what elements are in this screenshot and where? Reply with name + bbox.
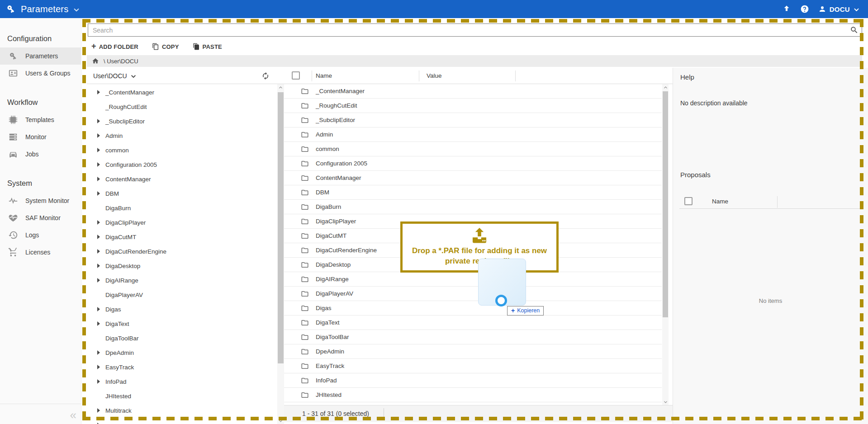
help-icon[interactable]	[800, 5, 809, 14]
refresh-icon[interactable]	[261, 72, 270, 80]
table-row[interactable]: DigAIRange	[284, 272, 662, 287]
column-header-value[interactable]: Value	[427, 72, 442, 79]
tree-item[interactable]: _SubclipEditor	[87, 114, 277, 128]
table-row[interactable]: DigaText	[284, 316, 662, 330]
tree-item[interactable]: Configuration 2005	[87, 157, 277, 172]
tree-item[interactable]: common	[87, 143, 277, 157]
expand-arrow-icon[interactable]	[97, 191, 100, 196]
tree-scrollbar[interactable]	[277, 84, 284, 424]
tree-item[interactable]: DigaToolBar	[87, 331, 277, 345]
expand-arrow-icon[interactable]	[97, 235, 100, 239]
tree-item[interactable]: JHItested	[87, 389, 277, 403]
sidebar-entry[interactable]: Configuration	[0, 25, 81, 47]
expand-arrow-icon[interactable]	[97, 220, 100, 225]
table-row[interactable]: Configuration 2005	[284, 156, 662, 171]
tree-item[interactable]: DigaCutMT	[87, 230, 277, 244]
expand-arrow-icon[interactable]	[97, 177, 100, 181]
tree-item[interactable]: ContentManager	[87, 172, 277, 186]
tree-item[interactable]: Multitrack	[87, 403, 277, 418]
tree-item[interactable]: InfoPad	[87, 374, 277, 389]
tree-item[interactable]: _ContentManager	[87, 85, 277, 99]
sidebar-entry[interactable]: Logs	[0, 226, 81, 244]
breadcrumb[interactable]: \ User\DOCU	[87, 55, 862, 67]
sidebar-entry[interactable]: System	[0, 170, 81, 192]
tree-item[interactable]: DigaBurn	[87, 201, 277, 215]
table-scrollbar[interactable]	[662, 84, 669, 405]
table-row[interactable]: _ContentManager	[284, 84, 662, 99]
proposals-select-all-checkbox[interactable]	[684, 197, 693, 205]
scroll-up-icon[interactable]	[277, 84, 284, 90]
sidebar-entry[interactable]: System Monitor	[0, 192, 81, 209]
search-icon[interactable]	[850, 26, 859, 34]
sidebar-entry[interactable]: Licenses	[0, 244, 81, 261]
tree-root-chevron-down-icon[interactable]	[130, 73, 137, 80]
scroll-up-icon[interactable]	[662, 84, 669, 90]
tree-item[interactable]	[87, 418, 277, 424]
expand-arrow-icon[interactable]	[97, 133, 100, 138]
sidebar-entry[interactable]: SAF Monitor	[0, 209, 81, 226]
table-row[interactable]: common	[284, 142, 662, 156]
sidebar-entry[interactable]: Workflow	[0, 89, 81, 111]
select-all-checkbox[interactable]	[292, 71, 300, 80]
tree-item[interactable]: Admin	[87, 128, 277, 143]
tree-root-label[interactable]: User\DOCU	[93, 72, 127, 80]
table-row[interactable]: DpeAdmin	[284, 344, 662, 359]
paste-button[interactable]: PASTE	[193, 43, 222, 50]
scroll-down-icon[interactable]	[662, 399, 669, 405]
table-row[interactable]: Digas	[284, 301, 662, 316]
sidebar-entry[interactable]: Jobs	[0, 146, 81, 163]
sidebar-collapse-icon[interactable]: «	[70, 408, 76, 422]
expand-arrow-icon[interactable]	[97, 321, 100, 326]
expand-arrow-icon[interactable]	[97, 90, 100, 94]
page-title-chevron-down-icon[interactable]	[73, 6, 80, 14]
table-row[interactable]: ContentManager	[284, 171, 662, 185]
proposals-column-name[interactable]: Name	[712, 198, 728, 205]
tree-item[interactable]: DigaPlayerAV	[87, 287, 277, 302]
expand-arrow-icon[interactable]	[97, 148, 100, 152]
tree-item[interactable]: DigaClipPlayer	[87, 215, 277, 230]
home-icon[interactable]	[92, 57, 99, 65]
tree-item[interactable]: DigaDesktop	[87, 259, 277, 273]
column-header-name[interactable]: Name	[316, 72, 332, 79]
scroll-down-icon[interactable]	[277, 418, 284, 424]
table-row[interactable]: DigaToolBar	[284, 330, 662, 344]
expand-arrow-icon[interactable]	[97, 264, 100, 268]
expand-arrow-icon[interactable]	[97, 365, 100, 369]
expand-arrow-icon[interactable]	[97, 278, 100, 283]
tree-scrollbar-thumb[interactable]	[278, 92, 284, 363]
tree-item[interactable]: DigaCutRenderEngine	[87, 244, 277, 259]
expand-arrow-icon[interactable]	[97, 119, 100, 123]
expand-arrow-icon[interactable]	[97, 249, 100, 254]
table-row[interactable]: _RoughCutEdit	[284, 99, 662, 113]
search-input[interactable]	[88, 24, 862, 37]
upload-icon[interactable]	[782, 5, 791, 14]
table-row[interactable]: JHItested	[284, 388, 662, 402]
sidebar-entry[interactable]: Users & Groups	[0, 65, 81, 82]
tree-item[interactable]: _RoughCutEdit	[87, 99, 277, 114]
expand-arrow-icon[interactable]	[97, 408, 100, 413]
expand-arrow-icon[interactable]	[97, 379, 100, 384]
table-row[interactable]: DigaBurn	[284, 200, 662, 214]
expand-arrow-icon[interactable]	[97, 350, 100, 355]
sidebar-entry[interactable]: Monitor	[0, 128, 81, 146]
sidebar-entry[interactable]: Parameters	[0, 47, 81, 65]
expand-arrow-icon[interactable]	[97, 307, 100, 311]
tree-item[interactable]: EasyTrack	[87, 360, 277, 374]
add-folder-button[interactable]: + ADD FOLDER	[91, 43, 138, 50]
table-row[interactable]: EasyTrack	[284, 359, 662, 373]
table-row[interactable]: DigaPlayerAV	[284, 287, 662, 301]
table-row[interactable]: DBM	[284, 185, 662, 200]
table-row[interactable]: _SubclipEditor	[284, 113, 662, 127]
sidebar-entry[interactable]: Templates	[0, 111, 81, 128]
tree-item[interactable]: DBM	[87, 186, 277, 201]
tree-item[interactable]: DigAIRange	[87, 273, 277, 287]
tree-item[interactable]: Digas	[87, 302, 277, 316]
tree-item[interactable]: DpeAdmin	[87, 345, 277, 360]
tree-item[interactable]: DigaText	[87, 316, 277, 331]
expand-arrow-icon[interactable]	[97, 162, 100, 167]
copy-button[interactable]: COPY	[152, 43, 179, 50]
table-row[interactable]: Admin	[284, 127, 662, 142]
table-scrollbar-thumb[interactable]	[663, 91, 668, 317]
user-menu[interactable]: DOCU	[818, 5, 860, 13]
table-row[interactable]: InfoPad	[284, 373, 662, 388]
